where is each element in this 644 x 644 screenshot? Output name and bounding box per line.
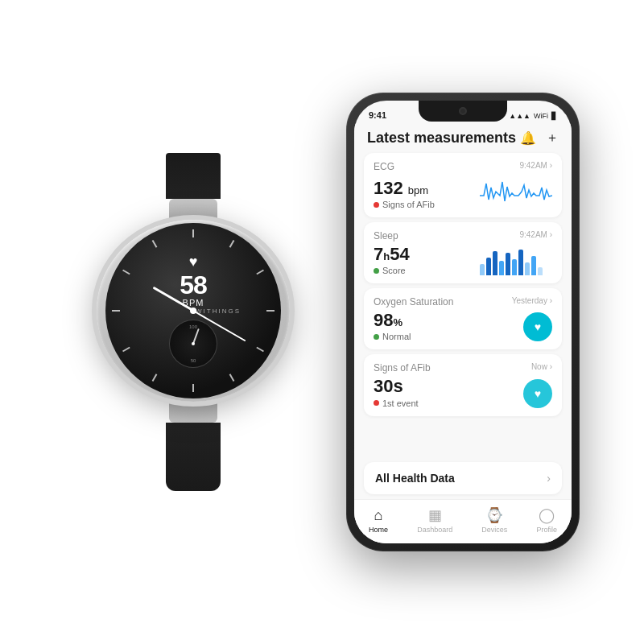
afib-title: Signs of AFib bbox=[374, 362, 431, 374]
o2-time: Yesterday › bbox=[512, 296, 552, 305]
sleep-status-text: Score bbox=[382, 266, 406, 275]
phone-screen: 9:41 ▲▲▲ WiFi ▊ Latest measurements 🔔 bbox=[354, 101, 572, 543]
sub-dial-100-label: 100 bbox=[189, 324, 197, 329]
nav-dashboard[interactable]: ▦ Dashboard bbox=[417, 506, 452, 534]
header-icons: 🔔 ＋ bbox=[520, 130, 559, 147]
devices-icon: ⌚ bbox=[485, 506, 503, 524]
hour-hand bbox=[152, 287, 194, 312]
o2-status-dot bbox=[374, 334, 379, 340]
nav-devices[interactable]: ⌚ Devices bbox=[481, 506, 507, 534]
all-health-row[interactable]: All Health Data › bbox=[364, 462, 562, 494]
o2-title: Oxygen Saturation bbox=[374, 296, 453, 308]
strap-bottom bbox=[166, 423, 221, 491]
nav-profile-label: Profile bbox=[536, 526, 557, 534]
notch-camera bbox=[459, 107, 467, 115]
brand-label: WITHINGS bbox=[196, 307, 241, 314]
sleep-chart bbox=[480, 245, 552, 275]
sleep-card[interactable]: Sleep 9:42AM › 7h54 Score bbox=[364, 222, 562, 283]
nav-home[interactable]: ⌂ Home bbox=[369, 507, 388, 534]
center-dot bbox=[190, 308, 196, 314]
afib-status-text: 1st event bbox=[382, 398, 419, 408]
status-time: 9:41 bbox=[369, 110, 386, 120]
add-icon[interactable]: ＋ bbox=[546, 130, 559, 147]
afib-icon: ♥ bbox=[523, 379, 552, 408]
phone-notch bbox=[419, 101, 507, 122]
o2-icon: ♥ bbox=[523, 312, 552, 341]
watch-body: ♥ 58 BPM 100 50 bbox=[97, 220, 290, 402]
lug-bottom bbox=[169, 402, 217, 423]
battery-icon: ▊ bbox=[551, 112, 557, 120]
sub-dial-50-label: 50 bbox=[191, 358, 196, 363]
watch-face: ♥ 58 BPM 100 50 bbox=[105, 223, 281, 398]
wifi-icon: WiFi bbox=[534, 112, 548, 120]
lug-top bbox=[169, 199, 217, 220]
signal-icon: ▲▲▲ bbox=[509, 112, 530, 120]
sleep-value: 7h54 bbox=[374, 245, 480, 264]
nav-home-label: Home bbox=[369, 526, 388, 534]
home-icon: ⌂ bbox=[374, 507, 383, 524]
nav-dashboard-label: Dashboard bbox=[417, 526, 452, 534]
ecg-status-dot bbox=[374, 202, 379, 208]
strap-top bbox=[166, 153, 221, 199]
app-content: Latest measurements 🔔 ＋ ECG 9:42AM › bbox=[354, 123, 572, 543]
cards-area: ECG 9:42AM › 132 bpm Signs of AFib bbox=[354, 150, 572, 462]
watch: ♥ 58 BPM 100 50 bbox=[64, 153, 322, 491]
ecg-time: 9:42AM › bbox=[519, 161, 552, 170]
all-health-chevron: › bbox=[547, 472, 551, 485]
afib-time: Now › bbox=[531, 362, 552, 371]
sub-dial: 100 50 bbox=[169, 320, 217, 368]
sub-dial-ring: 100 50 bbox=[169, 320, 217, 368]
afib-value: 30s bbox=[374, 377, 480, 396]
app-header: Latest measurements 🔔 ＋ bbox=[354, 123, 572, 150]
sleep-status-dot bbox=[374, 268, 379, 274]
o2-card[interactable]: Oxygen Saturation Yesterday › 98% Normal bbox=[364, 288, 562, 349]
profile-icon: ◯ bbox=[539, 506, 555, 524]
phone-outer: 9:41 ▲▲▲ WiFi ▊ Latest measurements 🔔 bbox=[346, 93, 580, 551]
page-title: Latest measurements bbox=[367, 130, 516, 147]
bell-icon[interactable]: 🔔 bbox=[520, 130, 536, 146]
sub-hand bbox=[192, 328, 199, 344]
nav-devices-label: Devices bbox=[481, 526, 507, 534]
o2-status-text: Normal bbox=[382, 332, 411, 341]
ecg-card[interactable]: ECG 9:42AM › 132 bpm Signs of AFib bbox=[364, 153, 562, 217]
o2-value: 98% bbox=[374, 311, 480, 330]
afib-card[interactable]: Signs of AFib Now › 30s 1st event bbox=[364, 354, 562, 415]
all-health-label: All Health Data bbox=[375, 472, 455, 485]
watch-hands bbox=[105, 223, 281, 398]
sleep-time: 9:42AM › bbox=[519, 230, 552, 239]
sleep-title: Sleep bbox=[374, 230, 398, 242]
ecg-value: 132 bpm bbox=[374, 179, 480, 198]
ecg-status-text: Signs of AFib bbox=[382, 200, 435, 209]
main-scene: ♥ 58 BPM 100 50 bbox=[8, 93, 636, 551]
ecg-title: ECG bbox=[374, 161, 394, 172]
nav-profile[interactable]: ◯ Profile bbox=[536, 506, 557, 534]
status-icons: ▲▲▲ WiFi ▊ bbox=[509, 112, 557, 120]
phone: 9:41 ▲▲▲ WiFi ▊ Latest measurements 🔔 bbox=[346, 93, 580, 551]
dashboard-icon: ▦ bbox=[428, 506, 442, 524]
ecg-chart bbox=[480, 175, 552, 206]
bottom-nav: ⌂ Home ▦ Dashboard ⌚ Devices ◯ bbox=[354, 499, 572, 543]
afib-status-dot bbox=[374, 400, 379, 406]
